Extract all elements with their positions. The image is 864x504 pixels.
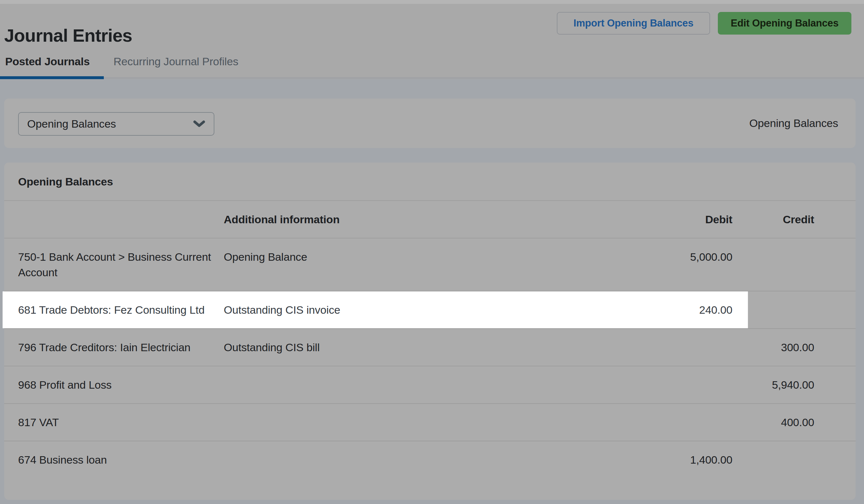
top-strip bbox=[0, 0, 864, 4]
journal-filter-panel: Opening Balances Opening Balances bbox=[4, 99, 855, 148]
active-tab-indicator bbox=[0, 76, 104, 79]
cell-additional-information bbox=[224, 441, 626, 484]
column-header-debit: Debit bbox=[626, 201, 732, 238]
journal-entries-page: Journal Entries Import Opening Balances … bbox=[0, 0, 864, 504]
table-row[interactable]: 674 Business loan 1,400.00 bbox=[4, 441, 855, 484]
cell-debit: 240.00 bbox=[626, 292, 732, 328]
column-header-credit: Credit bbox=[732, 201, 814, 238]
cell-account: 968 Profit and Loss bbox=[4, 366, 224, 403]
tabs-divider bbox=[0, 77, 864, 79]
cell-debit: 1,400.00 bbox=[626, 441, 732, 484]
card-title: Opening Balances bbox=[4, 162, 855, 201]
cell-debit bbox=[626, 329, 732, 366]
page-title: Journal Entries bbox=[4, 25, 132, 46]
cell-credit bbox=[732, 292, 814, 328]
cell-account: 817 VAT bbox=[4, 404, 224, 441]
selected-journal-label: Opening Balances bbox=[749, 99, 838, 148]
edit-opening-balances-button[interactable]: Edit Opening Balances bbox=[718, 12, 851, 35]
opening-balances-card: Opening Balances Additional information … bbox=[4, 162, 855, 500]
cell-debit bbox=[626, 366, 732, 403]
journal-type-select-value: Opening Balances bbox=[27, 118, 116, 130]
cell-additional-information: Outstanding CIS invoice bbox=[224, 292, 626, 328]
cell-account: 681 Trade Debtors: Fez Consulting Ltd bbox=[4, 292, 224, 328]
cell-account: 750-1 Bank Account > Business Current Ac… bbox=[4, 238, 224, 291]
table-row[interactable]: 817 VAT 400.00 bbox=[4, 404, 855, 441]
journal-type-select[interactable]: Opening Balances bbox=[18, 112, 214, 136]
table-row-highlighted[interactable]: 681 Trade Debtors: Fez Consulting Ltd Ou… bbox=[4, 292, 855, 329]
cell-debit: 5,000.00 bbox=[626, 238, 732, 291]
page-header: Journal Entries Import Opening Balances … bbox=[0, 0, 864, 79]
cell-additional-information: Outstanding CIS bill bbox=[224, 329, 626, 366]
cell-account: 674 Business loan bbox=[4, 441, 224, 484]
column-header-additional-information: Additional information bbox=[224, 201, 626, 238]
import-opening-balances-button[interactable]: Import Opening Balances bbox=[557, 12, 710, 35]
table-row[interactable]: 796 Trade Creditors: Iain Electrician Ou… bbox=[4, 329, 855, 366]
cell-credit bbox=[732, 441, 814, 484]
column-header-account bbox=[4, 201, 224, 238]
cell-additional-information: Opening Balance bbox=[224, 238, 626, 291]
cell-account: 796 Trade Creditors: Iain Electrician bbox=[4, 329, 224, 366]
tab-posted-journals[interactable]: Posted Journals bbox=[5, 55, 90, 68]
chevron-down-icon bbox=[193, 120, 205, 128]
tab-recurring-journal-profiles[interactable]: Recurring Journal Profiles bbox=[113, 55, 238, 68]
cell-additional-information bbox=[224, 366, 626, 403]
table-body: 750-1 Bank Account > Business Current Ac… bbox=[4, 238, 855, 484]
cell-additional-information bbox=[224, 404, 626, 441]
table-row[interactable]: 968 Profit and Loss 5,940.00 bbox=[4, 366, 855, 404]
cell-credit: 300.00 bbox=[732, 329, 814, 366]
cell-credit bbox=[732, 238, 814, 291]
cell-debit bbox=[626, 404, 732, 441]
table-header-row: Additional information Debit Credit bbox=[4, 201, 855, 238]
table-row[interactable]: 750-1 Bank Account > Business Current Ac… bbox=[4, 238, 855, 292]
cell-credit: 400.00 bbox=[732, 404, 814, 441]
cell-credit: 5,940.00 bbox=[732, 366, 814, 403]
